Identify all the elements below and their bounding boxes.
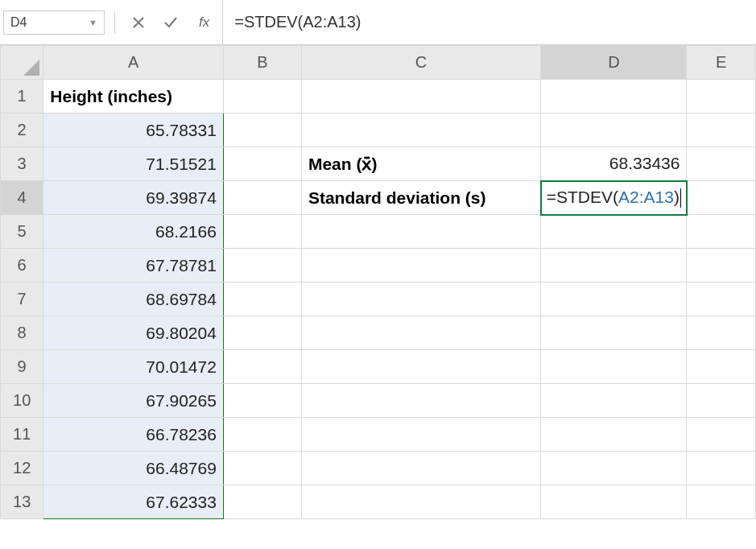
name-box-value: D4 [10, 15, 27, 30]
cell-D8[interactable] [541, 316, 687, 350]
cell-E10[interactable] [687, 384, 756, 418]
text-cursor [680, 188, 681, 208]
cell-B6[interactable] [223, 249, 301, 283]
formula-prefix: =STDEV( [547, 188, 618, 206]
cancel-icon[interactable] [130, 14, 147, 31]
cell-E5[interactable] [687, 215, 756, 249]
row-header-2[interactable]: 2 [1, 114, 43, 147]
cell-E13[interactable] [687, 485, 756, 519]
cell-C13[interactable] [301, 485, 540, 519]
cell-E1[interactable] [687, 80, 756, 114]
cell-D5[interactable] [541, 215, 687, 249]
cell-C11[interactable] [301, 418, 540, 452]
row-header-1[interactable]: 1 [1, 80, 43, 114]
cell-B9[interactable] [223, 350, 301, 384]
cell-C3[interactable]: Mean (x̄) [301, 147, 540, 181]
divider [114, 11, 115, 34]
row-header-9[interactable]: 9 [1, 350, 43, 384]
cell-E7[interactable] [687, 283, 756, 316]
row-header-5[interactable]: 5 [1, 215, 43, 249]
cell-B7[interactable] [223, 283, 301, 316]
row-header-4[interactable]: 4 [1, 181, 43, 215]
cell-A6[interactable]: 67.78781 [43, 249, 224, 283]
formula-bar: D4 ▼ fx =STDEV(A2:A13) [0, 0, 756, 45]
cell-D11[interactable] [541, 418, 687, 452]
formula-input[interactable]: =STDEV(A2:A13) [222, 0, 756, 44]
cell-E11[interactable] [687, 418, 756, 452]
col-header-D[interactable]: D [541, 46, 687, 80]
cell-B3[interactable] [223, 147, 301, 181]
cell-B8[interactable] [223, 316, 301, 350]
cell-E6[interactable] [687, 249, 756, 283]
chevron-down-icon[interactable]: ▼ [89, 18, 97, 27]
row-header-13[interactable]: 13 [1, 485, 43, 519]
cell-D7[interactable] [541, 283, 687, 316]
cell-B4[interactable] [223, 181, 301, 215]
cell-A1[interactable]: Height (inches) [43, 80, 224, 114]
fx-icon[interactable]: fx [199, 14, 209, 31]
formula-reference: A2:A13 [618, 188, 674, 206]
cell-E12[interactable] [687, 452, 756, 485]
row-header-12[interactable]: 12 [1, 452, 43, 485]
col-header-A[interactable]: A [43, 46, 224, 80]
cell-B11[interactable] [223, 418, 301, 452]
col-header-B[interactable]: B [223, 46, 301, 80]
cell-B5[interactable] [223, 215, 301, 249]
cell-A9[interactable]: 70.01472 [43, 350, 224, 384]
cell-D13[interactable] [541, 485, 687, 519]
col-header-C[interactable]: C [301, 46, 540, 80]
enter-icon[interactable] [162, 14, 180, 31]
cell-E3[interactable] [687, 147, 756, 181]
cell-B12[interactable] [223, 452, 301, 485]
cell-A2[interactable]: 65.78331 [43, 114, 224, 147]
cell-D2[interactable] [541, 114, 687, 147]
row-header-10[interactable]: 10 [1, 384, 43, 418]
cell-C9[interactable] [301, 350, 540, 384]
cell-C7[interactable] [301, 283, 540, 316]
cell-E8[interactable] [687, 316, 756, 350]
select-all-corner[interactable] [1, 46, 43, 80]
cell-A4[interactable]: 69.39874 [43, 181, 224, 215]
cell-B10[interactable] [223, 384, 301, 418]
formula-suffix: ) [674, 188, 680, 206]
cell-A7[interactable]: 68.69784 [43, 283, 224, 316]
row-header-7[interactable]: 7 [1, 283, 43, 316]
cell-C2[interactable] [301, 114, 540, 147]
cell-D12[interactable] [541, 452, 687, 485]
row-header-6[interactable]: 6 [1, 249, 43, 283]
cell-C8[interactable] [301, 316, 540, 350]
cell-C10[interactable] [301, 384, 540, 418]
cell-A3[interactable]: 71.51521 [43, 147, 224, 181]
cell-A12[interactable]: 66.48769 [43, 452, 224, 485]
cell-D6[interactable] [541, 249, 687, 283]
cell-B1[interactable] [223, 80, 301, 114]
cell-C5[interactable] [301, 215, 540, 249]
row-header-11[interactable]: 11 [1, 418, 43, 452]
cell-E2[interactable] [687, 114, 756, 147]
cell-D9[interactable] [541, 350, 687, 384]
cell-E4[interactable] [687, 181, 756, 215]
name-box[interactable]: D4 ▼ [3, 10, 105, 35]
cell-D1[interactable] [541, 80, 687, 114]
cell-D10[interactable] [541, 384, 687, 418]
row-header-8[interactable]: 8 [1, 316, 43, 350]
cell-A11[interactable]: 66.78236 [43, 418, 224, 452]
cell-D3[interactable]: 68.33436 [541, 147, 687, 181]
cell-D4-editing[interactable]: =STDEV(A2:A13) [541, 181, 687, 215]
cell-A10[interactable]: 67.90265 [43, 384, 224, 418]
cell-B2[interactable] [223, 114, 301, 147]
cell-A8[interactable]: 69.80204 [43, 316, 224, 350]
cell-C4[interactable]: Standard deviation (s) [301, 181, 540, 215]
col-header-E[interactable]: E [687, 46, 756, 80]
cell-E9[interactable] [687, 350, 756, 384]
cell-C1[interactable] [301, 80, 540, 114]
formula-bar-buttons: fx [125, 14, 214, 31]
cell-C12[interactable] [301, 452, 540, 485]
formula-input-text: =STDEV(A2:A13) [234, 13, 361, 31]
cell-A5[interactable]: 68.2166 [43, 215, 224, 249]
spreadsheet-grid[interactable]: A B C D E 1 Height (inches) 2 65.78331 3… [0, 45, 756, 519]
cell-B13[interactable] [223, 485, 301, 519]
cell-A13[interactable]: 67.62333 [43, 485, 224, 519]
row-header-3[interactable]: 3 [1, 147, 43, 181]
cell-C6[interactable] [301, 249, 540, 283]
